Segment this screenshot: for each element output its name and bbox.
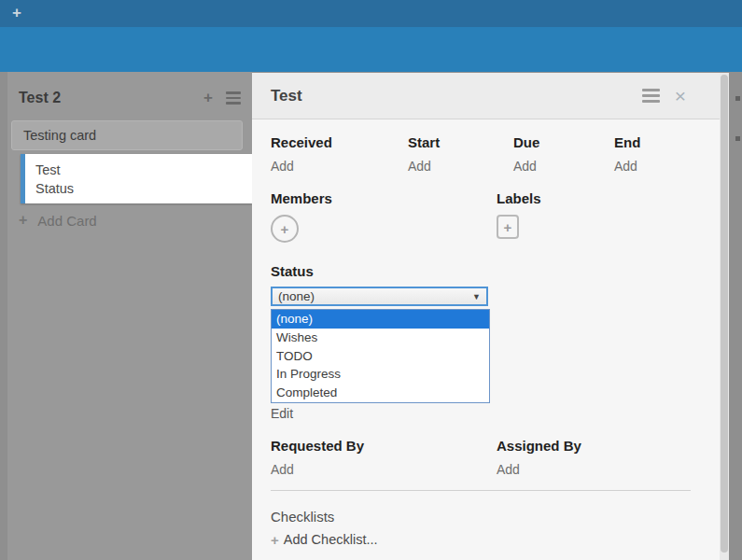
card-detail-panel: Test × Received Add Start Add Due Add [252,73,729,560]
checklists-label: Checklists [271,509,691,525]
list-add-card-icon[interactable]: + [203,89,213,107]
list-title: Test 2 [19,90,203,106]
plus-icon: + [19,212,27,229]
board-header-bar [0,27,742,72]
add-card-button[interactable]: + Add Card [19,212,252,229]
card-title: Test [271,87,642,105]
due-add-link[interactable]: Add [513,159,614,174]
list-header: Test 2 + [7,72,252,119]
assigned-by-label: Assigned By [497,438,691,455]
add-card-label: Add Card [37,213,96,229]
requested-by-add-link[interactable]: Add [271,462,497,477]
minicard-title: Testing card [23,128,96,143]
status-label: Status [271,263,691,280]
end-label: End [614,134,691,151]
card-detail-header: Test × [252,73,729,119]
members-labels-row: Members + Labels + [271,190,691,243]
status-option-completed[interactable]: Completed [272,384,489,402]
add-label-button[interactable]: + [497,215,519,239]
panel-scrollbar[interactable] [720,73,729,560]
top-navbar: + [0,0,742,27]
section-divider [271,490,691,491]
add-member-button[interactable]: + [271,215,299,243]
labels-label: Labels [497,190,691,207]
card-menu-icon[interactable] [642,89,660,103]
start-label: Start [408,134,513,151]
start-add-link[interactable]: Add [408,159,513,174]
minicard-subtitle: Status [35,179,252,198]
scrollbar-thumb[interactable] [721,75,728,553]
due-label: Due [513,134,614,151]
offscreen-list-icon [735,96,740,101]
status-dropdown-list: (none) Wishes TODO In Progress Completed [271,309,490,403]
list-test-2: Test 2 + Testing card + Add Card [7,72,252,560]
add-checklist-label: Add Checklist... [284,532,378,547]
end-add-link[interactable]: Add [614,159,691,174]
received-add-link[interactable]: Add [271,159,408,174]
offscreen-list-icon [735,136,740,141]
minicard-testing-card[interactable]: Testing card [11,120,243,150]
date-fields-row: Received Add Start Add Due Add End Add [271,134,691,174]
assigned-by-add-link[interactable]: Add [497,462,691,477]
received-label: Received [271,134,408,151]
add-board-icon[interactable]: + [12,4,21,22]
edit-status-link[interactable]: Edit [271,406,691,421]
app-window: + Test 2 + Testing card + Add Card Test … [0,0,742,560]
add-checklist-button[interactable]: + Add Checklist... [271,532,691,548]
status-selected-value: (none) [278,289,315,303]
close-icon[interactable]: × [675,86,686,105]
plus-icon: + [504,219,512,235]
plus-icon: + [281,221,289,237]
card-detail-body: Received Add Start Add Due Add End Add [252,134,729,560]
status-select[interactable]: (none) ▼ [271,287,488,306]
minicard-active-test[interactable]: Test Status [21,154,252,203]
requested-by-label: Requested By [271,438,497,455]
status-option-todo[interactable]: TODO [272,347,489,366]
status-option-in-progress[interactable]: In Progress [272,365,489,384]
people-fields-row: Requested By Add Assigned By Add [271,438,691,477]
plus-icon: + [271,532,279,548]
status-option-none[interactable]: (none) [272,310,489,329]
chevron-down-icon: ▼ [472,292,481,301]
list-menu-icon[interactable] [226,91,241,105]
status-option-wishes[interactable]: Wishes [272,329,489,347]
minicard-title: Test [35,161,252,179]
members-label: Members [271,190,497,207]
